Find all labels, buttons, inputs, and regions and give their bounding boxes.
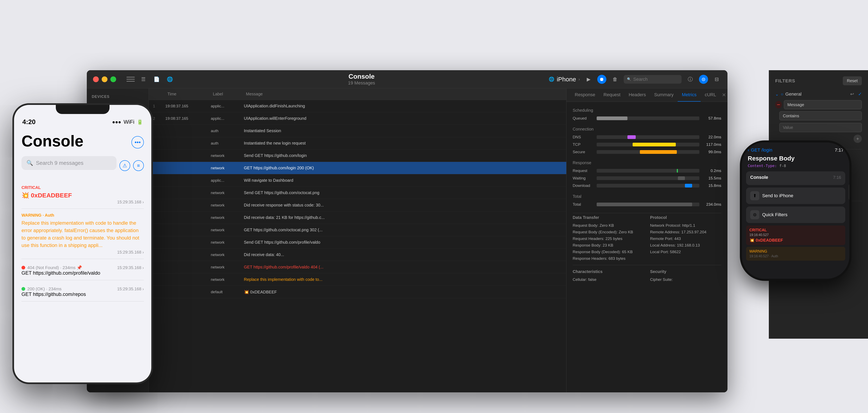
scheduling-section: Scheduling Queued 57.8ms <box>573 108 721 121</box>
info-button[interactable]: ⓘ <box>686 75 695 84</box>
filter-general-header[interactable]: ⌄ ○ General ↩ ✓ <box>775 92 862 97</box>
table-row[interactable]: 2 19:08:37.165 applic... UIApplication.w… <box>149 112 566 125</box>
trash-button[interactable]: 🗑 <box>611 75 620 84</box>
table-row[interactable]: network Did receive data: 21 KB for http… <box>149 211 566 224</box>
sidebar-toggle[interactable] <box>126 76 135 82</box>
watch-warning-message[interactable]: WARNING 19:16:40.527 · Auth <box>746 247 845 261</box>
list-view-button[interactable]: ☰ <box>139 75 148 84</box>
battery-icon: 🔋 <box>137 119 143 125</box>
filter-general-title: General <box>785 92 802 97</box>
table-row[interactable]: network Send GET https://github.com/octo… <box>149 187 566 199</box>
green-status-icon <box>22 287 25 291</box>
titlebar: ☰ 📄 🌐 Console 19 Messages 🌐 iPhone › ▶ ⏺… <box>87 70 727 89</box>
queued-value: 57.8ms <box>703 116 721 121</box>
security-cipher: Cipher Suite: <box>650 277 721 282</box>
total-title: Total <box>573 194 721 199</box>
contains-select[interactable]: Contains <box>779 111 862 121</box>
close-button[interactable] <box>93 76 99 82</box>
toolbar-actions: 🌐 iPhone › ▶ ⏺ 🗑 <box>549 75 620 84</box>
back-label: GET /login <box>751 147 772 153</box>
send-to-iphone-button[interactable]: ⬆ Send to iPhone <box>746 187 845 204</box>
iphone-message-warning[interactable]: WARNING · Auth Replace this implementati… <box>22 209 144 259</box>
dt-remote-port: Remote Port: 443 <box>650 236 721 241</box>
tcp-row: TCP 117.0ms <box>573 142 721 147</box>
status-200-info: 200 (OK) · 234ms <box>27 286 62 291</box>
device-selector[interactable]: 🌐 iPhone › <box>549 76 580 83</box>
tab-summary[interactable]: Summary <box>650 89 678 102</box>
table-row[interactable]: auth Instantiated Session <box>149 125 566 137</box>
quick-filters-button[interactable]: ⊜ Quick Filters <box>746 207 845 223</box>
table-row[interactable]: 1 19:08:37.165 applic... UIApplication.d… <box>149 100 566 112</box>
device-name: iPhone <box>557 76 576 83</box>
remove-filter-button[interactable]: − <box>775 101 782 108</box>
options-button[interactable]: ••• <box>131 136 144 148</box>
table-row[interactable]: applic... Will navigate to Dashboard <box>149 174 566 187</box>
table-row[interactable]: network Did receive response with status… <box>149 199 566 211</box>
filter-button[interactable]: ⊜ <box>699 75 708 84</box>
content-area: Devices ⌚ Apple Wa... › 📱 iPhone ✓ Time … <box>87 89 727 392</box>
iphone-message-200[interactable]: 200 (OK) · 234ms 15:29:35.168 › GET http… <box>22 280 144 302</box>
dt-local-port: Local Port: 58622 <box>650 250 721 254</box>
total-section: Total Total 234.0ms <box>573 194 721 207</box>
list-action-btn[interactable]: ≡ <box>133 160 144 171</box>
filter-action-btn[interactable]: ⚠ <box>120 160 130 171</box>
watch-critical-message[interactable]: CRITICAL 19:16:40.527 💥 0xDEADBEEF <box>746 226 845 245</box>
add-filter-button[interactable]: + <box>854 135 862 143</box>
doc-view-button[interactable]: 📄 <box>152 75 161 84</box>
table-row[interactable]: network GET https://github.com/octocat.p… <box>149 224 566 236</box>
iphone-message-critical[interactable]: CRITICAL 💥 0xDEADBEEF 15:29:35.168 › <box>22 181 144 209</box>
iphone-search-bar[interactable]: 🔍 Search 9 messages <box>22 156 117 170</box>
dt-network-protocol: Network Protocol: http/1.1 <box>650 223 721 228</box>
tab-metrics[interactable]: Metrics <box>678 89 701 102</box>
tab-request[interactable]: Request <box>599 89 624 102</box>
minimize-button[interactable] <box>102 76 107 82</box>
scheduling-title: Scheduling <box>573 108 721 113</box>
tab-curl[interactable]: cURL <box>701 89 720 102</box>
connection-title: Connection <box>573 127 721 132</box>
tab-headers[interactable]: Headers <box>624 89 650 102</box>
value-input[interactable] <box>779 123 862 132</box>
table-row[interactable]: network Did receive data: 40... <box>149 249 566 261</box>
filters-title: FILTERS <box>775 78 795 83</box>
iphone-message-404[interactable]: 404 (Not Found) · 234ms 📌 15:29:35.168 ›… <box>22 259 144 280</box>
char-grid: Characteristics Cellular: false Security… <box>573 269 721 284</box>
critical-title: 💥 0xDEADBEEF <box>22 192 144 199</box>
warning-body: Replace this implementation with code to… <box>22 219 144 249</box>
watch-critical-msg: 💥 0xDEADBEEF <box>749 238 842 243</box>
close-panel-button[interactable]: ✕ <box>720 91 727 100</box>
chevron-icon: › <box>579 77 580 81</box>
split-view-button[interactable]: ⊟ <box>712 75 721 84</box>
table-row[interactable]: network Send GET https://github.com/logi… <box>149 149 566 162</box>
search-input[interactable] <box>633 77 678 82</box>
iphone-search-placeholder: Search 9 messages <box>36 160 84 166</box>
total-row: Total 234.0ms <box>573 202 721 207</box>
table-row-warning[interactable]: network Replace this implementation with… <box>149 273 566 286</box>
table-row-selected[interactable]: network GET https://github.com/login 200… <box>149 162 566 174</box>
panel-tabs: Response Request Headers Summary Metrics… <box>566 89 727 102</box>
reset-button[interactable]: Reset <box>843 76 862 85</box>
traffic-lights <box>93 76 116 82</box>
watch-content: Console 7:16 ⬆ Send to iPhone ⊜ Quick Fi… <box>742 171 849 279</box>
table-row[interactable]: network Send GET https://github.com/prof… <box>149 236 566 249</box>
col-num <box>153 89 165 100</box>
table-row[interactable]: default 💥 0xDEADBEEF <box>149 286 566 298</box>
tab-response[interactable]: Response <box>570 89 599 102</box>
filter-action-row-minus: − Message <box>775 100 862 109</box>
console-main: Time Label Message 1 19:08:37.165 applic… <box>149 89 566 392</box>
globe-button[interactable]: 🌐 <box>165 75 175 84</box>
total-label: Total <box>573 202 593 207</box>
table-row-error[interactable]: network GET https://github.com/profile/v… <box>149 261 566 273</box>
table-row[interactable]: auth Instantiated the new login request <box>149 137 566 149</box>
response-section: Response Request 0.2ms Waiting 15.5ms <box>573 161 721 188</box>
watch-warning-label: WARNING <box>749 249 842 253</box>
dns-row: DNS 22.0ms <box>573 135 721 139</box>
signal-icon: ●●● <box>112 119 121 125</box>
play-button[interactable]: ▶ <box>584 75 593 84</box>
watch-back-button[interactable]: ‹ GET /login <box>748 147 772 153</box>
search-bar[interactable]: 🔍 <box>624 75 682 83</box>
watch-warning-time: 19:16:40.527 · Auth <box>749 254 842 258</box>
message-type-select[interactable]: Message <box>784 100 862 109</box>
total-bar <box>597 203 692 206</box>
maximize-button[interactable] <box>111 76 116 82</box>
record-button[interactable]: ⏺ <box>597 75 607 84</box>
